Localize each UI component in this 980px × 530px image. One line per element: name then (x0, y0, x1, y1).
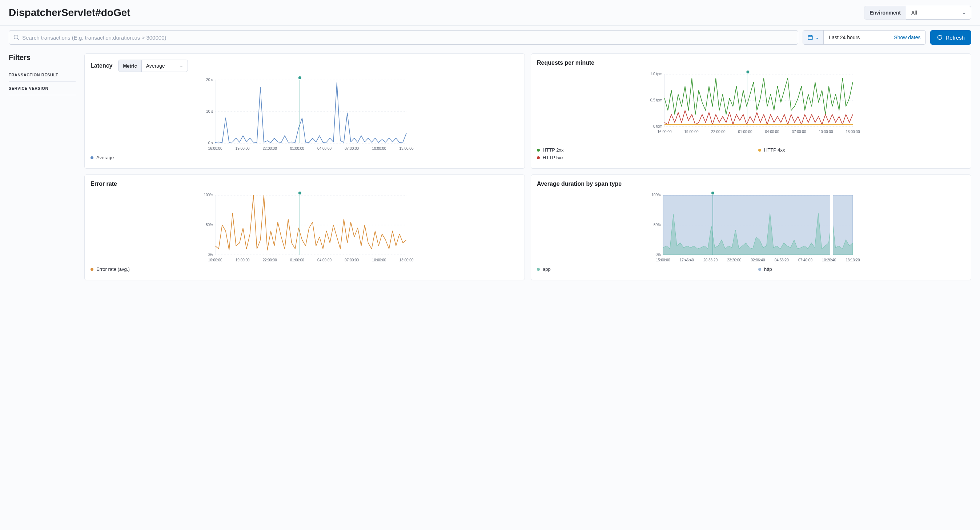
error-panel: Error rate 0%50%100%16:00:0019:00:0022:0… (84, 175, 525, 280)
svg-text:1.0 tpm: 1.0 tpm (650, 72, 662, 76)
svg-point-39 (746, 70, 749, 73)
calendar-icon (807, 35, 813, 40)
latency-legend: Average (91, 155, 519, 162)
latency-title: Latency (91, 62, 112, 69)
svg-text:22:00:00: 22:00:00 (711, 130, 725, 134)
latency-chart[interactable]: 0 s10 s20 s16:00:0019:00:0022:00:0001:00… (91, 75, 519, 151)
svg-text:0%: 0% (208, 253, 213, 257)
environment-select[interactable]: All ⌄ (906, 6, 971, 20)
environment-value: All (911, 10, 917, 16)
page-header: DispatcherServlet#doGet Environment All … (0, 0, 980, 26)
svg-text:07:00:00: 07:00:00 (792, 130, 806, 134)
svg-text:15:00:00: 15:00:00 (656, 258, 670, 262)
span-legend: apphttp (537, 266, 965, 274)
svg-point-75 (711, 192, 714, 194)
svg-text:20 s: 20 s (206, 78, 213, 82)
metric-select[interactable]: Average ⌄ (142, 60, 188, 72)
svg-text:13:00:00: 13:00:00 (846, 130, 860, 134)
svg-text:13:00:00: 13:00:00 (399, 146, 414, 151)
filters-sidebar: Filters TRANSACTION RESULTSERVICE VERSIO… (9, 53, 76, 280)
page-title: DispatcherServlet#doGet (9, 7, 130, 19)
span-title: Average duration by span type (537, 181, 622, 187)
svg-text:0 tpm: 0 tpm (653, 124, 662, 128)
show-dates-link[interactable]: Show dates (894, 35, 920, 40)
legend-item[interactable]: Error rate (avg.) (91, 266, 519, 272)
legend-item[interactable]: HTTP 4xx (758, 147, 965, 153)
search-input[interactable] (19, 35, 794, 41)
error-chart[interactable]: 0%50%100%16:00:0019:00:0022:00:0001:00:0… (91, 190, 519, 263)
legend-item[interactable]: http (758, 266, 965, 272)
svg-text:07:00:00: 07:00:00 (345, 146, 359, 151)
svg-text:07:40:00: 07:40:00 (798, 258, 813, 262)
svg-text:01:00:00: 01:00:00 (290, 146, 304, 151)
svg-point-56 (298, 192, 301, 194)
svg-point-22 (298, 76, 301, 79)
latency-panel: Latency Metric Average ⌄ 0 s10 s20 s16:0… (84, 53, 525, 169)
svg-text:50%: 50% (654, 223, 661, 227)
svg-text:10:00:00: 10:00:00 (372, 258, 386, 262)
svg-text:10:00:00: 10:00:00 (372, 146, 386, 151)
search-icon (13, 35, 19, 40)
svg-text:02:06:40: 02:06:40 (751, 258, 765, 262)
search-wrap[interactable] (9, 30, 798, 45)
svg-text:04:00:00: 04:00:00 (765, 130, 780, 134)
legend-item[interactable]: HTTP 2xx (537, 147, 744, 153)
svg-text:16:00:00: 16:00:00 (657, 130, 672, 134)
filters-heading: Filters (9, 53, 76, 62)
filter-transaction-result[interactable]: TRANSACTION RESULT (9, 68, 76, 82)
svg-rect-73 (830, 194, 833, 256)
legend-item[interactable]: HTTP 5xx (537, 155, 744, 160)
date-range: ⌄ Last 24 hours Show dates (803, 30, 926, 45)
legend-item[interactable]: app (537, 266, 744, 272)
chevron-down-icon: ⌄ (962, 10, 966, 15)
metric-label: Metric (118, 60, 142, 72)
error-legend: Error rate (avg.) (91, 266, 519, 274)
svg-text:19:00:00: 19:00:00 (235, 146, 250, 151)
svg-text:13:00:00: 13:00:00 (399, 258, 414, 262)
svg-text:19:00:00: 19:00:00 (684, 130, 698, 134)
refresh-icon (937, 35, 943, 40)
rpm-legend: HTTP 2xxHTTP 5xxHTTP 4xx (537, 147, 965, 162)
toolbar: ⌄ Last 24 hours Show dates Refresh (0, 26, 980, 49)
span-panel: Average duration by span type 0%50%100%1… (531, 175, 971, 280)
error-title: Error rate (91, 181, 117, 187)
metric-value: Average (146, 63, 165, 69)
svg-text:100%: 100% (651, 193, 661, 197)
metric-selector: Metric Average ⌄ (118, 60, 188, 72)
calendar-button[interactable]: ⌄ (803, 30, 824, 45)
svg-text:100%: 100% (204, 193, 213, 197)
svg-text:0.5 tpm: 0.5 tpm (650, 98, 662, 102)
svg-text:22:00:00: 22:00:00 (263, 258, 277, 262)
svg-text:0%: 0% (656, 253, 661, 257)
svg-text:04:00:00: 04:00:00 (317, 258, 331, 262)
svg-text:23:20:00: 23:20:00 (727, 258, 741, 262)
content: Filters TRANSACTION RESULTSERVICE VERSIO… (0, 49, 980, 289)
legend-item[interactable]: Average (91, 155, 519, 160)
rpm-chart[interactable]: 0 tpm0.5 tpm1.0 tpm16:00:0019:00:0022:00… (537, 69, 965, 143)
main-grid: Latency Metric Average ⌄ 0 s10 s20 s16:0… (84, 53, 971, 280)
svg-text:0 s: 0 s (208, 141, 213, 145)
svg-text:10 s: 10 s (206, 110, 213, 113)
svg-text:04:00:00: 04:00:00 (317, 146, 331, 151)
svg-text:01:00:00: 01:00:00 (738, 130, 752, 134)
svg-text:22:00:00: 22:00:00 (263, 146, 277, 151)
filter-service-version[interactable]: SERVICE VERSION (9, 82, 76, 95)
svg-text:10:00:00: 10:00:00 (819, 130, 833, 134)
svg-text:20:33:20: 20:33:20 (703, 258, 718, 262)
environment-label: Environment (864, 6, 906, 20)
rpm-panel: Requests per minute 0 tpm0.5 tpm1.0 tpm1… (531, 53, 971, 169)
svg-text:16:00:00: 16:00:00 (208, 258, 223, 262)
rpm-title: Requests per minute (537, 60, 594, 66)
svg-text:17:46:40: 17:46:40 (680, 258, 694, 262)
header-controls: Environment All ⌄ (864, 6, 971, 20)
svg-point-0 (14, 35, 18, 39)
chevron-down-icon: ⌄ (815, 35, 819, 40)
refresh-button[interactable]: Refresh (930, 30, 971, 45)
span-chart[interactable]: 0%50%100%15:00:0017:46:4020:33:2023:20:0… (537, 190, 965, 263)
svg-text:04:53:20: 04:53:20 (775, 258, 789, 262)
svg-text:07:00:00: 07:00:00 (345, 258, 359, 262)
svg-text:01:00:00: 01:00:00 (290, 258, 304, 262)
date-range-display[interactable]: Last 24 hours Show dates (824, 30, 926, 45)
chevron-down-icon: ⌄ (180, 63, 183, 68)
svg-text:10:26:40: 10:26:40 (822, 258, 836, 262)
